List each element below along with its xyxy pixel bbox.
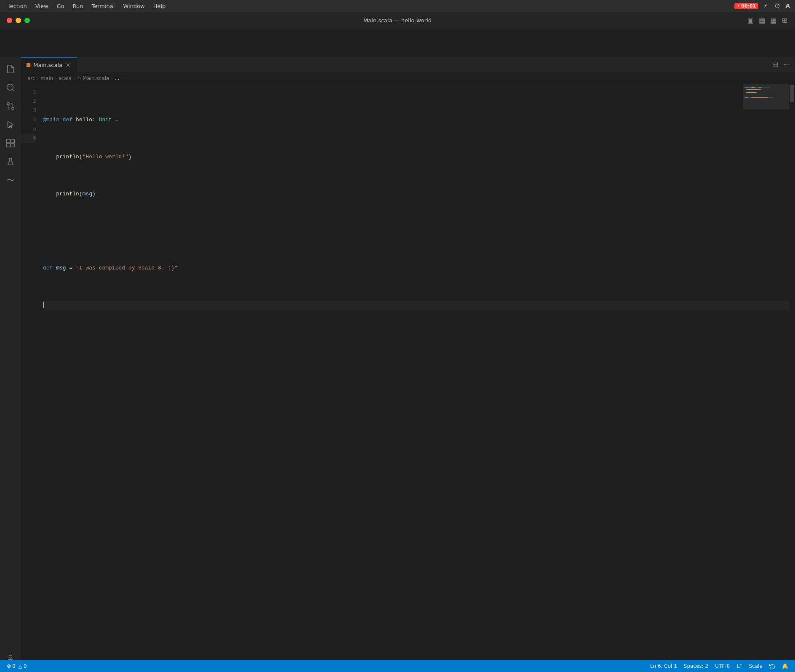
eq-op-1: = [112, 117, 119, 123]
colon-op: : [92, 117, 99, 123]
breadcrumb-sep-3: › [73, 75, 75, 81]
text-cursor [43, 302, 44, 308]
fn-hello: hello [76, 117, 92, 123]
minimize-button[interactable] [16, 18, 21, 23]
tab-close-button[interactable]: × [65, 61, 72, 69]
close-button[interactable] [7, 18, 12, 23]
status-right-items: Ln 6, Col 1 Spaces: 2 UTF-8 LF Scala 🔔 [648, 663, 790, 669]
menubar: lection View Go Run Terminal Window Help… [0, 0, 795, 12]
svg-point-2 [11, 107, 14, 110]
param-msg: msg [83, 191, 92, 197]
svg-rect-10 [11, 144, 14, 147]
def-keyword-2: def [43, 265, 53, 271]
svg-marker-5 [8, 121, 13, 128]
code-line-3: println(msg) [43, 189, 789, 199]
menu-item-run[interactable]: Run [69, 2, 87, 10]
tab-main-scala[interactable]: ■ Main.scala × [21, 57, 77, 72]
breadcrumb-scala[interactable]: scala [59, 75, 72, 81]
code-line-1: @main def hello: Unit = [43, 115, 789, 125]
line-num-5: 5 [21, 125, 36, 134]
status-notifications-icon[interactable]: 🔔 [780, 663, 790, 669]
line-num-3: 3 [21, 106, 36, 115]
tabs-actions: ⊟ ··· [768, 57, 795, 72]
code-container[interactable]: 1 2 3 4 5 6 @main def hello: Unit = prin… [21, 84, 795, 672]
lightning-icon: ⚡ [737, 3, 740, 9]
status-ln-col[interactable]: Ln 6, Col 1 [648, 663, 679, 669]
menu-item-view[interactable]: View [32, 2, 52, 10]
breadcrumb-main[interactable]: main [40, 75, 53, 81]
breadcrumb-sep-1: › [37, 75, 39, 81]
activity-search[interactable] [2, 79, 19, 96]
scala-file-icon: ■ [26, 62, 31, 68]
breadcrumb-sep-2: › [55, 75, 57, 81]
line-num-1: 1 [21, 88, 36, 97]
breadcrumb-sep-4: › [111, 75, 113, 81]
battery-icon[interactable]: ⚡ [762, 2, 769, 10]
at-main-keyword: @main [43, 117, 59, 123]
split-editor-button[interactable]: ⊟ [771, 59, 780, 70]
panel-toggle-icon[interactable]: ▤ [758, 16, 766, 25]
traffic-lights [7, 18, 30, 23]
breadcrumb-src[interactable]: src [28, 75, 35, 81]
paren-3: ( [79, 191, 83, 197]
maximize-button[interactable] [24, 18, 30, 23]
activity-bar: 〜 [0, 57, 21, 672]
paren-2: ) [128, 154, 132, 160]
status-spaces[interactable]: Spaces: 2 [682, 663, 710, 669]
line-numbers: 1 2 3 4 5 6 [21, 84, 41, 672]
tabs-bar: ■ Main.scala × ⊟ ··· [21, 57, 795, 72]
breadcrumb: src › main › scala › ≡ Main.scala › ... [21, 72, 795, 84]
fn-println-1: println [56, 154, 79, 160]
status-errors[interactable]: ⊗ 0 △ 0 [5, 663, 29, 669]
code-line-2: println("Hello world!") [43, 152, 789, 162]
activity-source-control[interactable] [2, 98, 19, 115]
svg-rect-7 [6, 139, 10, 143]
eq-op-2: = [66, 265, 76, 271]
warning-triangle-icon: △ [19, 663, 22, 669]
breadcrumb-symbol[interactable]: ... [115, 75, 119, 81]
menu-item-window[interactable]: Window [120, 2, 148, 10]
line-num-4: 4 [21, 115, 36, 125]
type-unit: Unit [99, 117, 112, 123]
svg-rect-9 [6, 144, 10, 147]
menu-item-help[interactable]: Help [150, 2, 169, 10]
warning-count: 0 [24, 663, 27, 669]
status-line-ending[interactable]: LF [735, 663, 744, 669]
status-sync-icon[interactable] [768, 663, 777, 669]
activity-wave[interactable]: 〜 [2, 172, 19, 189]
timer-icon[interactable]: ⏱ [773, 2, 782, 10]
status-language[interactable]: Scala [747, 663, 764, 669]
svg-point-11 [9, 655, 12, 658]
paren-4: ) [92, 191, 96, 197]
str-compiled: "I was compiled by Scala 3. :)" [76, 265, 178, 271]
code-line-6 [43, 301, 789, 310]
activity-run-debug[interactable] [2, 116, 19, 133]
activity-extensions[interactable] [2, 135, 19, 152]
app-layout: 〜 ■ Main.scala × ⊟ ··· [0, 57, 795, 672]
code-line-4 [43, 227, 789, 236]
status-encoding[interactable]: UTF-8 [713, 663, 731, 669]
minimap[interactable] [743, 84, 789, 109]
scrollbar-thumb[interactable] [790, 85, 794, 102]
layout-icon[interactable]: ▦ [769, 16, 777, 25]
breadcrumb-file[interactable]: Main.scala [83, 75, 109, 81]
vertical-scrollbar[interactable] [789, 84, 795, 672]
menu-item-terminal[interactable]: Terminal [88, 2, 118, 10]
battery-indicator: ⚡ 00:01 [734, 3, 759, 9]
menu-item-selection[interactable]: lection [5, 2, 30, 10]
menu-item-go[interactable]: Go [53, 2, 68, 10]
paren-1: ( [79, 154, 83, 160]
code-editor[interactable]: @main def hello: Unit = println("Hello w… [41, 84, 789, 672]
activity-beaker[interactable] [2, 153, 19, 170]
sidebar-toggle-icon[interactable]: ▣ [747, 16, 755, 25]
statusbar: ⊗ 0 △ 0 Ln 6, Col 1 Spaces: 2 UTF-8 LF S… [0, 660, 795, 672]
customize-layout-icon[interactable]: ⊞ [781, 16, 788, 25]
line-num-2: 2 [21, 97, 36, 106]
more-actions-button[interactable]: ··· [782, 59, 792, 70]
activity-files[interactable] [2, 61, 19, 77]
input-source-icon[interactable]: A [785, 3, 790, 9]
fn-println-2: println [56, 191, 79, 197]
var-msg: msg [56, 265, 66, 271]
def-keyword-1: def [63, 117, 72, 123]
line-num-6: 6 [21, 134, 36, 143]
